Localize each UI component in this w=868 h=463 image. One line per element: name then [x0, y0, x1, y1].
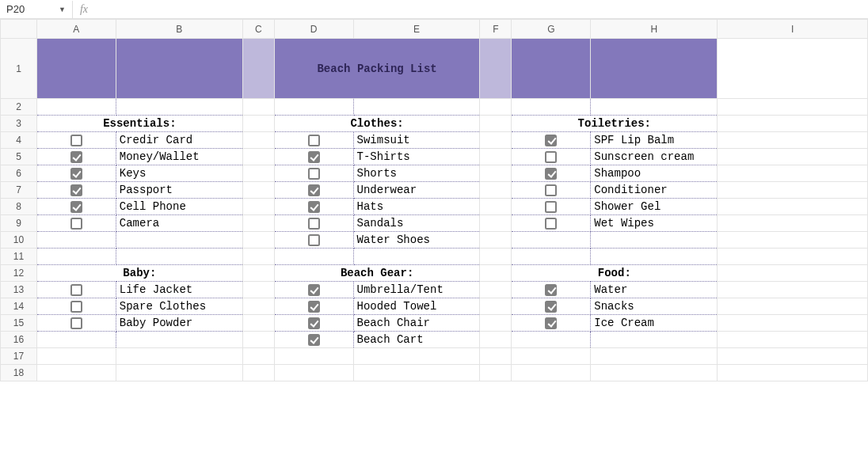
checkbox-essentials-0[interactable]: [36, 132, 116, 149]
item-clothes-4[interactable]: Hats: [353, 199, 480, 215]
cell-H17[interactable]: [591, 348, 718, 365]
cell-I7[interactable]: [718, 182, 868, 199]
row-header-6[interactable]: 6: [1, 165, 37, 182]
cell-F7[interactable]: [480, 182, 512, 199]
cell-E18[interactable]: [353, 365, 480, 381]
row-header-18[interactable]: 18: [1, 365, 37, 381]
cell-F3[interactable]: [480, 116, 512, 132]
row-header-16[interactable]: 16: [1, 332, 37, 348]
cell-I5[interactable]: [718, 149, 868, 165]
checkbox-toiletries-3[interactable]: [512, 182, 591, 199]
cell-I18[interactable]: [718, 365, 868, 381]
item-beachgear-2[interactable]: Beach Chair: [353, 315, 480, 332]
checkbox-food-1[interactable]: [512, 298, 591, 315]
cell-F9[interactable]: [480, 215, 512, 232]
spreadsheet-grid[interactable]: A B C D E F G H I 1 Beach Packing List 2…: [0, 19, 868, 381]
cell-I12[interactable]: [718, 265, 868, 282]
cell-I14[interactable]: [718, 298, 868, 315]
cell-G10[interactable]: [512, 232, 591, 249]
item-food-1[interactable]: Snacks: [591, 298, 718, 315]
cell-F15[interactable]: [480, 315, 512, 332]
cell-F1[interactable]: [480, 39, 512, 99]
cell-F8[interactable]: [480, 199, 512, 215]
cell-C14[interactable]: [242, 298, 274, 315]
cell-F6[interactable]: [480, 165, 512, 182]
cell-H2[interactable]: [591, 99, 718, 116]
cell-G2[interactable]: [512, 99, 591, 116]
checkbox-clothes-5[interactable]: [274, 215, 353, 232]
item-baby-2[interactable]: Baby Powder: [116, 315, 242, 332]
cell-D18[interactable]: [274, 365, 353, 381]
checkbox-clothes-4[interactable]: [274, 199, 353, 215]
item-food-2[interactable]: Ice Cream: [591, 315, 718, 332]
cell-C7[interactable]: [242, 182, 274, 199]
cell-H1[interactable]: [591, 39, 718, 99]
cell-C10[interactable]: [242, 232, 274, 249]
item-essentials-0[interactable]: Credir Card: [116, 132, 242, 149]
row-header-1[interactable]: 1: [1, 39, 37, 99]
item-clothes-0[interactable]: Swimsuit: [353, 132, 480, 149]
fx-icon[interactable]: fx: [73, 3, 95, 16]
col-header-A[interactable]: A: [36, 20, 116, 39]
item-clothes-5[interactable]: Sandals: [353, 215, 480, 232]
page-title[interactable]: Beach Packing List: [274, 39, 480, 99]
cell-I9[interactable]: [718, 215, 868, 232]
cell-C9[interactable]: [242, 215, 274, 232]
col-header-H[interactable]: H: [591, 20, 718, 39]
cell-G11[interactable]: [512, 249, 591, 265]
cell-A17[interactable]: [36, 348, 116, 365]
row-header-2[interactable]: 2: [1, 99, 37, 116]
item-beachgear-0[interactable]: Umbrella/Tent: [353, 282, 480, 298]
cell-A1[interactable]: [36, 39, 116, 99]
cell-F2[interactable]: [480, 99, 512, 116]
item-essentials-5[interactable]: Camera: [116, 215, 242, 232]
checkbox-baby-1[interactable]: [36, 298, 116, 315]
cell-F4[interactable]: [480, 132, 512, 149]
checkbox-clothes-1[interactable]: [274, 149, 353, 165]
row-header-11[interactable]: 11: [1, 249, 37, 265]
item-toiletries-0[interactable]: SPF Lip Balm: [591, 132, 718, 149]
checkbox-clothes-3[interactable]: [274, 182, 353, 199]
cell-F12[interactable]: [480, 265, 512, 282]
cell-D11[interactable]: [274, 249, 353, 265]
item-essentials-1[interactable]: Money/Wallet: [116, 149, 242, 165]
cell-B18[interactable]: [116, 365, 242, 381]
cell-B2[interactable]: [116, 99, 242, 116]
cell-H18[interactable]: [591, 365, 718, 381]
item-baby-1[interactable]: Spare Clothes: [116, 298, 242, 315]
item-clothes-3[interactable]: Underwear: [353, 182, 480, 199]
cell-I3[interactable]: [718, 116, 868, 132]
item-beachgear-3[interactable]: Beach Cart: [353, 332, 480, 348]
cell-C17[interactable]: [242, 348, 274, 365]
cell-D17[interactable]: [274, 348, 353, 365]
checkbox-beachgear-2[interactable]: [274, 315, 353, 332]
item-toiletries-3[interactable]: Conditioner: [591, 182, 718, 199]
name-box[interactable]: P20 ▼: [0, 1, 73, 18]
col-header-F[interactable]: F: [480, 20, 512, 39]
checkbox-clothes-6[interactable]: [274, 232, 353, 249]
cell-I13[interactable]: [718, 282, 868, 298]
formula-input[interactable]: [95, 0, 868, 18]
cell-F18[interactable]: [480, 365, 512, 381]
checkbox-clothes-0[interactable]: [274, 132, 353, 149]
checkbox-baby-0[interactable]: [36, 282, 116, 298]
cell-B11[interactable]: [116, 249, 242, 265]
section-header-beachgear[interactable]: Beach Gear:: [274, 265, 480, 282]
cell-A11[interactable]: [36, 249, 116, 265]
checkbox-beachgear-0[interactable]: [274, 282, 353, 298]
row-header-14[interactable]: 14: [1, 298, 37, 315]
cell-C2[interactable]: [242, 99, 274, 116]
cell-I8[interactable]: [718, 199, 868, 215]
item-toiletries-1[interactable]: Sunscreen cream: [591, 149, 718, 165]
item-essentials-4[interactable]: Cell Phone: [116, 199, 242, 215]
cell-I1[interactable]: [718, 39, 868, 99]
cell-C8[interactable]: [242, 199, 274, 215]
row-header-12[interactable]: 12: [1, 265, 37, 282]
cell-A16[interactable]: [36, 332, 116, 348]
checkbox-essentials-2[interactable]: [36, 165, 116, 182]
cell-D2[interactable]: [274, 99, 353, 116]
cell-H11[interactable]: [591, 249, 718, 265]
checkbox-essentials-4[interactable]: [36, 199, 116, 215]
checkbox-toiletries-4[interactable]: [512, 199, 591, 215]
cell-A10[interactable]: [36, 232, 116, 249]
